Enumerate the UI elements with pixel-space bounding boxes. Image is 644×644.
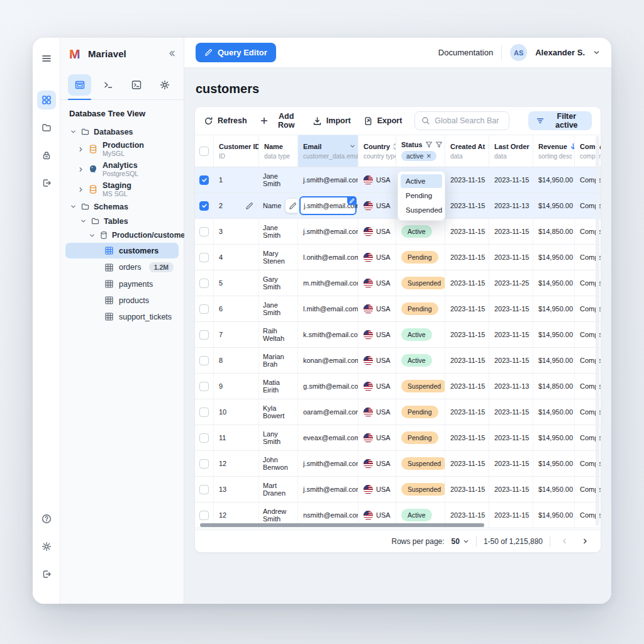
filter-icon[interactable] xyxy=(435,141,443,148)
cell-created-at: 2023-11-15 xyxy=(445,296,489,321)
tree-table-products[interactable]: products xyxy=(65,292,179,308)
row-checkbox[interactable] xyxy=(199,485,209,494)
tree-table-payments[interactable]: payments xyxy=(65,276,179,292)
folder-icon xyxy=(91,216,100,226)
table-row[interactable]: 6Jane Smithl.mith@email.comUSAPending202… xyxy=(195,296,601,322)
active-filter-chip[interactable]: active xyxy=(401,151,436,161)
chevron-down-icon[interactable] xyxy=(593,49,600,56)
filter-icon[interactable] xyxy=(425,141,433,148)
row-checkbox[interactable] xyxy=(199,382,209,391)
table-row[interactable]: 3Jane Smithj.smith@email.comUSAActive202… xyxy=(195,219,601,245)
table-row[interactable]: 5Gary Smithm.mith@email.comUSASuspended2… xyxy=(195,270,601,296)
documentation-link[interactable]: Documentation xyxy=(438,48,493,57)
row-checkbox[interactable] xyxy=(199,201,209,211)
apps-grid-icon[interactable] xyxy=(37,91,56,109)
table-row[interactable]: 4Mary Stenenl.onith@email.comUSAPending2… xyxy=(195,245,601,270)
column-header-status[interactable]: Statusactive xyxy=(396,135,445,167)
close-icon[interactable] xyxy=(426,153,431,158)
usa-flag-icon xyxy=(364,356,373,365)
row-checkbox[interactable] xyxy=(199,175,209,185)
column-header-country[interactable]: Countrycountry type xyxy=(358,135,396,167)
row-checkbox[interactable] xyxy=(199,253,209,262)
dropdown-option-suspended[interactable]: Suspended xyxy=(401,203,442,217)
horizontal-scrollbar[interactable] xyxy=(200,523,484,527)
column-header-created[interactable]: Created Atdata xyxy=(445,135,489,167)
folder-icon[interactable] xyxy=(37,118,56,137)
cell-status: Suspended xyxy=(396,374,445,399)
tree-table-orders[interactable]: orders1.2M xyxy=(65,259,179,275)
row-checkbox[interactable] xyxy=(199,356,209,365)
lock-icon[interactable] xyxy=(37,146,56,165)
select-all-checkbox[interactable] xyxy=(199,147,209,156)
user-name[interactable]: Alexander S. xyxy=(535,48,585,57)
column-header-last_order[interactable]: Last Orderdata xyxy=(489,135,533,167)
tab-database-browser[interactable] xyxy=(68,74,91,96)
add-row-button[interactable]: Add Row xyxy=(260,112,300,130)
column-header-name[interactable]: Namedata type xyxy=(259,135,298,167)
sort-desc-icon[interactable] xyxy=(570,143,575,150)
column-header-email[interactable]: Emailcustomer_data.email xyxy=(298,135,358,167)
pencil-icon[interactable] xyxy=(245,202,253,210)
table-row[interactable]: 11Lany Smitheveax@email.comUSAPending202… xyxy=(195,425,601,451)
table-row[interactable]: 9Matia Eirithg.smith@email.comUSASuspend… xyxy=(195,374,601,399)
avatar[interactable]: AS xyxy=(510,44,527,61)
tree-folder-tables[interactable]: Tables xyxy=(60,214,184,228)
dropdown-option-pending[interactable]: Pending xyxy=(401,189,442,203)
previous-page-button[interactable] xyxy=(557,535,571,548)
search-input[interactable] xyxy=(435,116,502,125)
column-header-id[interactable]: Customer IDID xyxy=(214,135,259,167)
column-header-revenue[interactable]: Revenuesorting desc xyxy=(533,135,575,167)
import-button[interactable]: Import xyxy=(313,116,351,126)
filter-active-button[interactable]: Filter active xyxy=(528,111,592,130)
cell-last-order: 2023-11-15 xyxy=(489,451,533,476)
query-editor-button[interactable]: Query Editor xyxy=(196,43,276,62)
database-tree: DatabasesProductionMySGLAnalyticsPostgre… xyxy=(60,125,184,325)
menu-icon[interactable] xyxy=(37,49,56,68)
tab-settings[interactable] xyxy=(153,74,176,96)
tree-table-customers[interactable]: customers xyxy=(65,243,179,258)
table-footer: Rows per page: 50 1-50 of 1,215,880 xyxy=(195,530,601,552)
row-checkbox[interactable] xyxy=(199,433,209,443)
tree-folder-schemas[interactable]: Schemas xyxy=(60,199,184,214)
table-row[interactable]: 12John Benwonj.smith@email.comUSASuspend… xyxy=(195,451,601,477)
row-checkbox[interactable] xyxy=(199,227,209,236)
tab-terminal[interactable] xyxy=(96,74,119,96)
row-checkbox[interactable] xyxy=(199,511,209,520)
tree-database-staging[interactable]: StagingMS SGL xyxy=(60,179,184,199)
export-button[interactable]: Export xyxy=(364,116,402,126)
row-checkbox[interactable] xyxy=(199,408,209,417)
table-row[interactable]: 7Raih Weltahk.smith@email.comUSAActive20… xyxy=(195,322,601,348)
edit-name-button[interactable] xyxy=(285,198,298,213)
table-row[interactable]: 13Mart Dranenj.smith@email.comUSASuspend… xyxy=(195,477,601,502)
dropdown-option-active[interactable]: Active xyxy=(401,174,442,188)
next-page-button[interactable] xyxy=(578,535,592,548)
row-checkbox[interactable] xyxy=(199,459,209,469)
cell-country: USA xyxy=(358,167,396,192)
table-row[interactable]: 10Kyla Bowertoaram@email.comUSAPending20… xyxy=(195,399,601,425)
table-row[interactable]: 8Marian Brahkonan@email.comUSAActive2023… xyxy=(195,348,601,374)
column-subtitle: ID xyxy=(219,153,256,160)
tree-table-support_tickets[interactable]: support_tickets xyxy=(65,309,179,325)
tree-database-production[interactable]: ProductionMySGL xyxy=(60,139,184,159)
refresh-button[interactable]: Refresh xyxy=(204,116,247,126)
table-name: orders xyxy=(119,263,141,272)
settings-icon[interactable] xyxy=(37,537,56,556)
email-edit-input[interactable]: j.smith@email.com xyxy=(299,196,357,215)
cell-email: oaram@email.com xyxy=(298,399,358,425)
cell-last-order: 2023-11-15 xyxy=(489,399,533,425)
tree-schema-path[interactable]: Production/customer_data xyxy=(60,228,184,242)
logout-icon[interactable] xyxy=(37,565,56,584)
row-checkbox[interactable] xyxy=(199,279,209,288)
tab-console[interactable] xyxy=(125,74,148,96)
sign-out-icon[interactable] xyxy=(37,174,56,192)
vertical-scrollbar[interactable] xyxy=(596,136,599,526)
tree-database-analytics[interactable]: AnalyticsPostgreSQL xyxy=(60,159,184,179)
chevron-down-icon[interactable] xyxy=(350,143,355,149)
row-checkbox[interactable] xyxy=(199,304,209,314)
collapse-sidebar-icon[interactable] xyxy=(167,49,176,58)
help-icon[interactable] xyxy=(37,509,56,528)
tree-folder-databases[interactable]: Databases xyxy=(60,125,184,139)
rows-per-page-select[interactable]: 50 xyxy=(452,537,469,546)
query-editor-label: Query Editor xyxy=(218,48,267,57)
row-checkbox[interactable] xyxy=(199,330,209,340)
